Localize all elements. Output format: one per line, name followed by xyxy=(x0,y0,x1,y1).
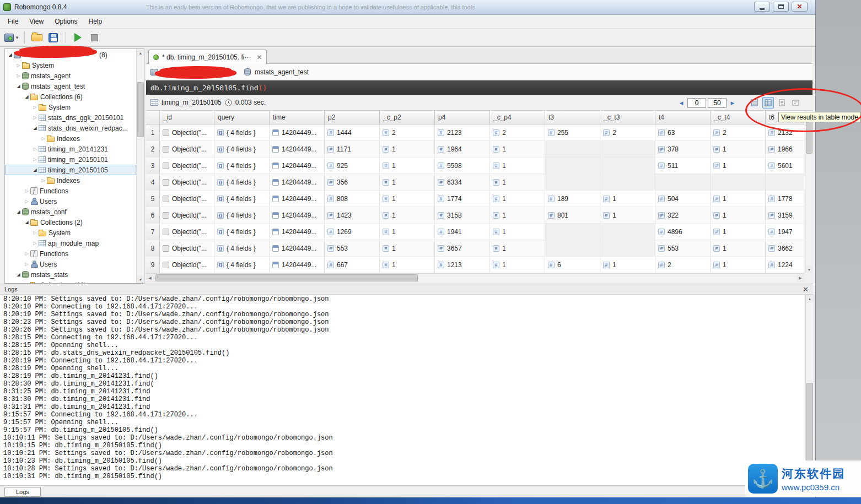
tree-item-timing-m-20141231[interactable]: ▷timing_m_20141231 xyxy=(5,144,136,154)
cell[interactable] xyxy=(600,141,655,157)
cell[interactable]: #5601 xyxy=(766,158,804,174)
scroll-right-arrow[interactable]: ▶ xyxy=(797,274,804,282)
cell[interactable]: #1 xyxy=(600,191,655,207)
tree-item-users[interactable]: ▷Users xyxy=(5,196,136,207)
cell[interactable]: #511 xyxy=(655,158,711,174)
expand-arrow-icon[interactable]: ▷ xyxy=(40,178,46,183)
query-editor[interactable]: db.timing_m_20150105.find() xyxy=(146,80,812,95)
cell[interactable]: #2 xyxy=(490,124,545,140)
column-header-c_p4[interactable]: _c_p4 xyxy=(490,111,545,124)
tree-item-timing-m-20150105[interactable]: ◢timing_m_20150105 xyxy=(5,165,136,175)
tree-item-system[interactable]: ▷System xyxy=(5,227,136,238)
cell[interactable] xyxy=(766,174,804,190)
cell[interactable]: #1 xyxy=(380,224,435,240)
column-header-t4[interactable]: t4 xyxy=(655,111,711,124)
cell[interactable] xyxy=(600,224,655,240)
expand-arrow-icon[interactable]: ▷ xyxy=(40,136,46,141)
cell[interactable]: #1 xyxy=(490,158,545,174)
cell[interactable]: #1 xyxy=(380,207,435,223)
save-button[interactable] xyxy=(46,30,61,45)
cell[interactable]: ObjectId("... xyxy=(160,191,214,207)
scroll-down-arrow[interactable]: ▼ xyxy=(805,265,813,273)
collapse-arrow-icon[interactable]: ◢ xyxy=(32,126,38,131)
cell[interactable]: #667 xyxy=(325,257,380,273)
cell[interactable]: #1947 xyxy=(766,224,804,240)
expand-arrow-icon[interactable]: ▷ xyxy=(15,63,21,68)
cell[interactable]: #255 xyxy=(545,124,600,140)
cell[interactable]: ObjectId("... xyxy=(160,141,214,157)
cell[interactable] xyxy=(600,158,655,174)
minimize-button[interactable] xyxy=(754,2,770,12)
cell[interactable]: #378 xyxy=(655,141,711,157)
cell[interactable]: {}{ 4 fields } xyxy=(214,224,270,240)
cell[interactable]: 14204449... xyxy=(270,191,325,207)
execute-button[interactable] xyxy=(71,30,85,45)
cell[interactable]: {}{ 4 fields } xyxy=(214,257,270,273)
cell[interactable] xyxy=(545,158,600,174)
cell[interactable] xyxy=(600,240,655,256)
cell[interactable]: #4896 xyxy=(655,224,711,240)
cell[interactable]: #1 xyxy=(490,224,545,240)
cell[interactable]: #1778 xyxy=(766,191,804,207)
scroll-up-arrow[interactable]: ▲ xyxy=(806,295,814,302)
expand-arrow-icon[interactable]: ▷ xyxy=(32,147,38,151)
cell[interactable]: #1 xyxy=(490,207,545,223)
cell[interactable]: #6334 xyxy=(435,174,490,190)
expand-arrow-icon[interactable]: ▷ xyxy=(32,115,38,120)
cell[interactable]: #322 xyxy=(655,207,711,223)
cell[interactable]: #1 xyxy=(600,257,655,273)
cell[interactable]: #1 xyxy=(490,141,545,157)
cell[interactable]: #1269 xyxy=(325,224,380,240)
expand-arrow-icon[interactable]: ▷ xyxy=(15,73,21,78)
cell[interactable]: #1444 xyxy=(325,124,380,140)
cell[interactable]: #1 xyxy=(711,207,766,223)
cell[interactable]: #808 xyxy=(325,191,380,207)
cell[interactable]: #1964 xyxy=(435,141,490,157)
log-content[interactable]: 8:20:10 PM: Settings saved to: D:/Users/… xyxy=(0,295,805,485)
scrollbar-thumb[interactable] xyxy=(155,274,418,281)
column-header-c_p2[interactable]: _c_p2 xyxy=(380,111,435,124)
title-bar[interactable]: Robomongo 0.8.4 This is an early beta ve… xyxy=(0,0,815,15)
cell[interactable]: #504 xyxy=(655,191,711,207)
column-header-p4[interactable]: p4 xyxy=(435,111,490,124)
expand-arrow-icon[interactable]: ▷ xyxy=(24,251,30,256)
expand-arrow-icon[interactable]: ▷ xyxy=(32,157,38,162)
scroll-left-arrow[interactable]: ◀ xyxy=(146,274,154,282)
cell[interactable]: #6 xyxy=(545,257,600,273)
scroll-down-arrow[interactable]: ▼ xyxy=(137,275,144,283)
cell[interactable]: #1 xyxy=(711,191,766,207)
expand-arrow-icon[interactable]: ▷ xyxy=(32,105,38,110)
expand-arrow-icon[interactable]: ▷ xyxy=(24,188,30,193)
limit-input[interactable] xyxy=(708,98,727,108)
cell[interactable]: #1 xyxy=(490,191,545,207)
cell[interactable]: #1774 xyxy=(435,191,490,207)
cell[interactable]: #1 xyxy=(380,174,435,190)
cell[interactable] xyxy=(545,240,600,256)
cell[interactable]: #2123 xyxy=(435,124,490,140)
cell[interactable]: {}{ 4 fields } xyxy=(214,141,270,157)
cell[interactable]: #553 xyxy=(325,240,380,256)
scrollbar-thumb[interactable] xyxy=(137,82,144,137)
cell[interactable] xyxy=(545,224,600,240)
cell[interactable]: #1 xyxy=(711,240,766,256)
logs-close-icon[interactable]: ✕ xyxy=(803,286,809,293)
cell[interactable]: #2 xyxy=(380,124,435,140)
cell[interactable]: #1 xyxy=(711,257,766,273)
tab-close-icon[interactable]: ✕ xyxy=(256,53,262,61)
logs-bottom-tab[interactable]: Logs xyxy=(4,487,41,497)
cell[interactable]: #3657 xyxy=(435,240,490,256)
collapse-arrow-icon[interactable]: ◢ xyxy=(24,220,30,225)
cell[interactable] xyxy=(545,141,600,157)
cell[interactable] xyxy=(600,174,655,190)
menu-item-view[interactable]: View xyxy=(24,15,49,28)
expand-arrow-icon[interactable]: ▷ xyxy=(32,230,38,235)
tree-item-system[interactable]: ▷System xyxy=(5,60,136,71)
tree-item-functions[interactable]: ▷Functions xyxy=(5,186,136,196)
prev-page-button[interactable]: ◀ xyxy=(677,100,686,106)
cell[interactable]: #3159 xyxy=(766,207,804,223)
cell[interactable]: #1 xyxy=(380,141,435,157)
tree-item-collections-22[interactable]: ▷Collections (22) xyxy=(5,280,136,283)
tree-item-stats-dns-ggk-20150101[interactable]: ▷stats_dns_ggk_20150101 xyxy=(5,112,136,123)
cell[interactable]: #5598 xyxy=(435,158,490,174)
tree-item-mstats-agent[interactable]: ▷mstats_agent xyxy=(5,71,136,81)
